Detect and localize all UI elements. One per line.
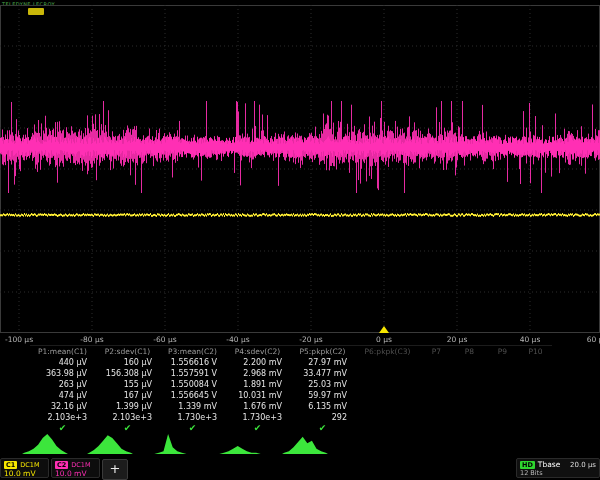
measure-sdev: 6.135 mV <box>290 401 355 412</box>
measure-num: 1.730e+3 <box>225 412 290 423</box>
measure-num: 1.730e+3 <box>160 412 225 423</box>
histicon-p2[interactable] <box>87 433 133 455</box>
channel-c2-coupling: DC1M <box>71 461 90 469</box>
measure-header[interactable]: P2:sdev(C1) <box>95 346 160 357</box>
time-axis-label: 20 µs <box>447 335 468 344</box>
measure-value: 1.556616 V <box>160 357 225 368</box>
measure-max: 167 µV <box>95 390 160 401</box>
measure-max: 10.031 mV <box>225 390 290 401</box>
time-axis-label: -40 µs <box>226 335 249 344</box>
timebase-label: Tbase <box>538 460 560 469</box>
measure-mean: 2.968 mV <box>225 368 290 379</box>
channel-c1-chip: C1 <box>4 461 17 469</box>
channel-c2-chip: C2 <box>55 461 68 469</box>
measure-value: 160 µV <box>95 357 160 368</box>
measure-mean: 363.98 µV <box>30 368 95 379</box>
time-axis-label: 60 µs <box>587 335 600 344</box>
time-axis-label: 0 µs <box>376 335 392 344</box>
waveform-display[interactable] <box>0 5 600 333</box>
oscilloscope-screen: TELEDYNE LECROY -100 µs -80 µs -60 µs -4… <box>0 0 600 480</box>
measure-header[interactable]: P8 <box>453 346 486 357</box>
measure-mean: 1.557591 V <box>160 368 225 379</box>
measure-sdev: 1.676 mV <box>225 401 290 412</box>
trigger-time-marker-icon[interactable] <box>379 326 389 333</box>
measure-header[interactable]: P6:pkpk(C3) <box>355 346 420 357</box>
measure-header[interactable]: P1:mean(C1) <box>30 346 95 357</box>
measure-col-p8[interactable]: P8 <box>453 346 486 357</box>
measure-col-p10[interactable]: P10 <box>519 346 552 357</box>
histicon-p5[interactable] <box>282 433 328 455</box>
measure-col-p4[interactable]: P4:sdev(C2) 2.200 mV 2.968 mV 1.891 mV 1… <box>225 346 290 434</box>
measure-value: 2.200 mV <box>225 357 290 368</box>
histicon-p4[interactable] <box>217 433 263 455</box>
measure-num: 2.103e+3 <box>95 412 160 423</box>
hd-badge: HD <box>520 461 535 469</box>
measure-col-p9[interactable]: P9 <box>486 346 519 357</box>
measure-max: 59.97 mV <box>290 390 355 401</box>
measure-sdev: 1.399 µV <box>95 401 160 412</box>
measure-mean: 156.308 µV <box>95 368 160 379</box>
measure-min: 1.550084 V <box>160 379 225 390</box>
timebase-descriptor[interactable]: HD Tbase 20.0 µs 12 Bits <box>516 458 600 478</box>
channel-c1-coupling: DC1M <box>20 461 39 469</box>
measure-max: 474 µV <box>30 390 95 401</box>
time-axis-label: 40 µs <box>520 335 541 344</box>
measure-sdev: 1.339 mV <box>160 401 225 412</box>
timebase-scale: 20.0 µs <box>570 461 596 469</box>
channel-c1-scale: 10.0 mV <box>4 469 45 478</box>
channel-c1-descriptor[interactable]: C1 DC1M 10.0 mV <box>0 458 49 478</box>
measure-num: 2.103e+3 <box>30 412 95 423</box>
measure-sdev: 32.16 µV <box>30 401 95 412</box>
time-axis-label: -20 µs <box>299 335 322 344</box>
measure-min: 263 µV <box>30 379 95 390</box>
measure-col-p1[interactable]: P1:mean(C1) 440 µV 363.98 µV 263 µV 474 … <box>30 346 95 434</box>
channel-c2-scale: 10.0 mV <box>55 469 96 478</box>
time-axis-label: -60 µs <box>153 335 176 344</box>
measure-header[interactable]: P5:pkpk(C2) <box>290 346 355 357</box>
measure-header[interactable]: P10 <box>519 346 552 357</box>
measure-col-p7[interactable]: P7 <box>420 346 453 357</box>
measure-mean: 33.477 mV <box>290 368 355 379</box>
time-axis-label: -80 µs <box>80 335 103 344</box>
measure-col-p2[interactable]: P2:sdev(C1) 160 µV 156.308 µV 155 µV 167… <box>95 346 160 434</box>
timebase-bits: 12 Bits <box>520 469 596 478</box>
measure-header[interactable]: P7 <box>420 346 453 357</box>
measure-header[interactable]: P9 <box>486 346 519 357</box>
histicon-p3[interactable] <box>152 433 198 455</box>
measure-header[interactable]: P3:mean(C2) <box>160 346 225 357</box>
time-axis-label: -100 µs <box>5 335 33 344</box>
measure-min: 1.891 mV <box>225 379 290 390</box>
measurement-table: P1:mean(C1) 440 µV 363.98 µV 263 µV 474 … <box>30 345 552 434</box>
channel-c2-descriptor[interactable]: C2 DC1M 10.0 mV <box>51 458 100 478</box>
measure-col-p6[interactable]: P6:pkpk(C3) <box>355 346 420 357</box>
measure-col-p3[interactable]: P3:mean(C2) 1.556616 V 1.557591 V 1.5500… <box>160 346 225 434</box>
measure-min: 155 µV <box>95 379 160 390</box>
measure-min: 25.03 mV <box>290 379 355 390</box>
measure-value: 440 µV <box>30 357 95 368</box>
measure-value: 27.97 mV <box>290 357 355 368</box>
histicon-p1[interactable] <box>22 433 68 455</box>
measure-header[interactable]: P4:sdev(C2) <box>225 346 290 357</box>
measure-num: 292 <box>290 412 355 423</box>
measure-col-p5[interactable]: P5:pkpk(C2) 27.97 mV 33.477 mV 25.03 mV … <box>290 346 355 434</box>
measure-max: 1.556645 V <box>160 390 225 401</box>
add-trace-button[interactable]: + <box>102 459 128 480</box>
